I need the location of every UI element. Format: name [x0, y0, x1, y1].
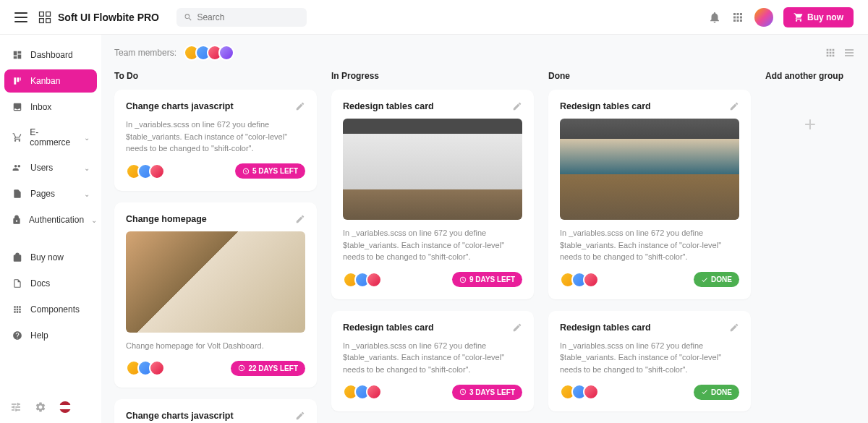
dashboard-icon	[12, 49, 23, 61]
apps-icon[interactable]	[731, 11, 744, 24]
edit-icon[interactable]	[729, 101, 739, 111]
inbox-icon	[12, 101, 23, 113]
adjust-icon[interactable]	[10, 401, 22, 413]
add-group-label: Add another group	[765, 71, 855, 81]
column-title: Done	[548, 71, 751, 81]
kanban-card[interactable]: Redesign tables cardIn _variables.scss o…	[548, 90, 751, 299]
svg-rect-3	[46, 18, 51, 22]
card-badge: 5 DAYS LEFT	[235, 163, 305, 179]
edit-icon[interactable]	[295, 101, 305, 111]
team-members-label: Team members:	[114, 48, 176, 58]
card-title: Redesign tables card	[560, 322, 651, 333]
chevron-down-icon: ⌄	[84, 190, 90, 198]
kanban-card[interactable]: Redesign tables cardIn _variables.scss o…	[331, 90, 534, 299]
avatar[interactable]	[583, 384, 599, 400]
avatar[interactable]	[583, 272, 599, 288]
users-icon	[12, 162, 23, 174]
search-input-wrap[interactable]	[176, 8, 307, 27]
sidebar-item-users[interactable]: Users⌄	[4, 156, 97, 179]
svg-rect-0	[40, 12, 44, 16]
chevron-down-icon: ⌄	[84, 134, 90, 142]
sidebar-item-docs[interactable]: Docs	[4, 272, 97, 295]
card-description: Change homepage for Volt Dashboard.	[126, 340, 305, 352]
edit-icon[interactable]	[512, 101, 522, 111]
card-assignees[interactable]	[343, 272, 382, 288]
card-image	[126, 231, 305, 333]
pages-icon	[12, 188, 23, 200]
card-assignees[interactable]	[560, 384, 599, 400]
components-icon	[12, 304, 23, 315]
sidebar-item-label: Help	[30, 330, 48, 341]
sidebar: DashboardKanbanInboxE-commerce⌄Users⌄Pag…	[0, 35, 101, 423]
menu-toggle[interactable]	[14, 12, 27, 22]
card-image	[560, 119, 739, 220]
team-avatars[interactable]	[184, 45, 234, 61]
kanban-card[interactable]: Change charts javascriptIn _variables.sc…	[114, 399, 317, 423]
edit-icon[interactable]	[512, 322, 522, 333]
card-title: Change homepage	[126, 214, 207, 224]
language-flag[interactable]	[59, 401, 71, 413]
card-title: Redesign tables card	[343, 322, 434, 333]
sidebar-item-kanban[interactable]: Kanban	[4, 69, 97, 93]
sidebar-item-label: Buy now	[30, 252, 64, 262]
avatar[interactable]	[149, 360, 165, 376]
card-badge: 9 DAYS LEFT	[452, 272, 522, 287]
sidebar-item-e-commerce[interactable]: E-commerce⌄	[4, 121, 97, 153]
sidebar-item-pages[interactable]: Pages⌄	[4, 182, 97, 205]
sidebar-item-components[interactable]: Components	[4, 298, 97, 321]
gear-icon[interactable]	[35, 401, 46, 413]
topbar: Soft UI Flowbite PRO Buy now	[0, 0, 868, 35]
cart-icon	[793, 12, 804, 22]
card-description: In _variables.scss on line 672 you defin…	[560, 340, 739, 376]
sidebar-item-buy-now[interactable]: Buy now	[4, 246, 97, 269]
card-description: In _variables.scss on line 672 you defin…	[126, 119, 305, 155]
card-title: Change charts javascript	[126, 101, 234, 111]
sidebar-item-label: E-commerce	[30, 127, 77, 148]
sidebar-item-label: Authentication	[29, 215, 84, 225]
kanban-column: To DoChange charts javascriptIn _variabl…	[114, 71, 317, 423]
card-badge: DONE	[694, 272, 739, 287]
card-assignees[interactable]	[343, 384, 382, 400]
list-view-icon[interactable]	[843, 47, 855, 59]
brand-title: Soft UI Flowbite PRO	[58, 12, 159, 23]
add-group-button[interactable]: +	[765, 95, 855, 153]
search-input[interactable]	[197, 12, 299, 22]
bell-icon[interactable]	[708, 11, 721, 24]
edit-icon[interactable]	[729, 322, 739, 333]
sidebar-item-label: Users	[30, 163, 53, 173]
card-assignees[interactable]	[560, 272, 599, 288]
avatar[interactable]	[149, 163, 165, 179]
edit-icon[interactable]	[295, 214, 305, 224]
kanban-card[interactable]: Change charts javascriptIn _variables.sc…	[114, 90, 317, 191]
card-badge: 22 DAYS LEFT	[231, 361, 305, 376]
card-badge: 3 DAYS LEFT	[452, 385, 522, 400]
avatar[interactable]	[218, 45, 234, 61]
logo-icon	[38, 10, 52, 25]
svg-rect-2	[40, 18, 44, 22]
card-description: In _variables.scss on line 672 you defin…	[343, 227, 522, 263]
help-icon	[12, 330, 23, 341]
kanban-card[interactable]: Redesign tables cardIn _variables.scss o…	[548, 311, 751, 412]
user-avatar[interactable]	[754, 8, 773, 27]
edit-icon[interactable]	[295, 411, 305, 421]
card-badge: DONE	[694, 385, 739, 400]
avatar[interactable]	[366, 384, 382, 400]
sidebar-item-dashboard[interactable]: Dashboard	[4, 43, 97, 67]
sidebar-item-inbox[interactable]: Inbox	[4, 95, 97, 119]
grid-view-icon[interactable]	[825, 47, 836, 59]
sidebar-item-authentication[interactable]: Authentication⌄	[4, 208, 97, 231]
card-description: In _variables.scss on line 672 you defin…	[560, 227, 739, 263]
kanban-column: In ProgressRedesign tables cardIn _varia…	[331, 71, 534, 423]
card-assignees[interactable]	[126, 360, 165, 376]
card-image	[343, 119, 522, 220]
kanban-card[interactable]: Change homepageChange homepage for Volt …	[114, 202, 317, 388]
buy-now-button[interactable]: Buy now	[783, 7, 854, 27]
column-title: To Do	[114, 71, 317, 81]
card-title: Change charts javascript	[126, 411, 234, 421]
kanban-card[interactable]: Redesign tables cardIn _variables.scss o…	[331, 311, 534, 412]
lock-icon	[12, 214, 22, 226]
avatar[interactable]	[366, 272, 382, 288]
sidebar-item-help[interactable]: Help	[4, 324, 97, 347]
card-assignees[interactable]	[126, 163, 165, 179]
sidebar-item-label: Inbox	[30, 102, 51, 112]
